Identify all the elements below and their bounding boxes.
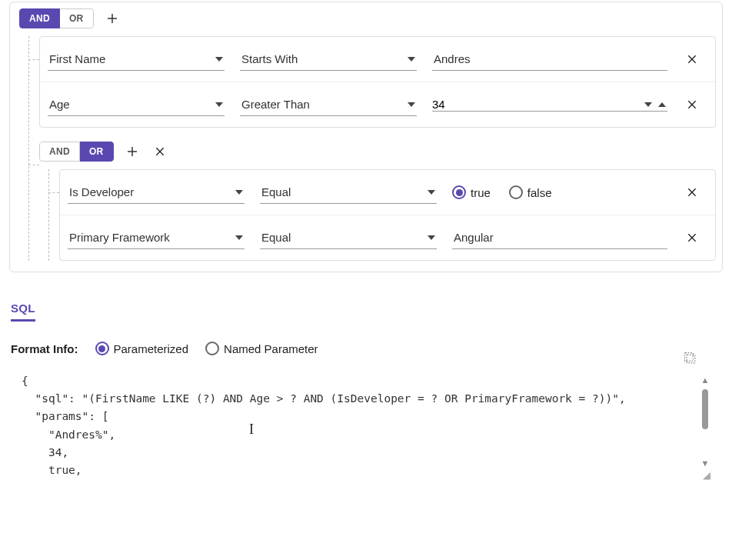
value-input[interactable]: [452, 226, 667, 249]
rule-row: Age Greater Than: [40, 82, 715, 127]
close-icon[interactable]: [683, 95, 701, 114]
chevron-down-icon: [215, 102, 223, 107]
radio-true[interactable]: true: [452, 185, 491, 199]
root-rules-container: First Name Starts With Age: [32, 36, 716, 261]
field-select[interactable]: First Name: [48, 48, 225, 71]
close-icon[interactable]: [683, 228, 701, 247]
rule-row: First Name Starts With: [40, 37, 715, 82]
value-number-input[interactable]: [432, 98, 667, 112]
output-section: SQL Format Info: Parameterized Named Par…: [11, 302, 721, 479]
radio-icon: [509, 185, 523, 199]
root-rules-box: First Name Starts With Age: [39, 36, 716, 128]
radio-label: Named Parameter: [224, 342, 318, 355]
radio-icon: [95, 342, 109, 355]
scroll-thumb[interactable]: [702, 389, 708, 429]
chevron-down-icon: [235, 190, 243, 195]
root-group-header: AND OR: [19, 8, 716, 28]
chevron-down-icon: [428, 235, 435, 240]
subgroup-rules-container: Is Developer Equal true: [52, 169, 716, 261]
field-label: Is Developer: [69, 185, 134, 198]
radio-label: Parameterized: [114, 342, 189, 355]
subgroup: AND OR Is Developer: [32, 142, 716, 261]
subgroup-and-button[interactable]: AND: [39, 142, 80, 162]
operator-label: Equal: [261, 231, 291, 244]
svg-rect-14: [687, 355, 695, 363]
rule-row: Primary Framework Equal: [60, 215, 715, 260]
chevron-down-icon: [408, 102, 415, 107]
rule-row: Is Developer Equal true: [60, 170, 715, 215]
chevron-down-icon[interactable]: [644, 102, 652, 107]
tree-connector: [48, 169, 49, 261]
code-line: {: [22, 375, 28, 387]
close-icon[interactable]: [151, 142, 169, 161]
code-line: "params": [: [22, 410, 109, 422]
text-cursor-icon: I: [249, 422, 254, 438]
field-select[interactable]: Age: [48, 93, 225, 116]
code-line: "Andres%",: [22, 428, 115, 441]
tree-connector: [28, 36, 29, 261]
radio-label: true: [471, 186, 491, 199]
operator-select[interactable]: Starts With: [240, 48, 417, 71]
subgroup-rules-box: Is Developer Equal true: [59, 169, 716, 261]
radio-icon: [452, 185, 466, 199]
chevron-down-icon: [215, 57, 223, 62]
chevron-down-icon: [408, 57, 415, 62]
field-label: Age: [49, 98, 70, 111]
close-icon[interactable]: [683, 50, 701, 68]
chevron-up-icon[interactable]: [658, 102, 666, 107]
copy-icon[interactable]: [683, 351, 698, 368]
resize-handle-icon[interactable]: ◢: [703, 469, 710, 481]
tab-sql[interactable]: SQL: [11, 302, 35, 322]
root-rules-box-wrap: First Name Starts With Age: [32, 36, 716, 128]
radio-named-parameter[interactable]: Named Parameter: [205, 342, 318, 355]
field-label: First Name: [49, 52, 105, 65]
radio-parameterized[interactable]: Parameterized: [95, 342, 189, 355]
scroll-down-icon[interactable]: ▼: [701, 458, 710, 468]
operator-select[interactable]: Equal: [260, 181, 437, 204]
output-tabs: SQL: [11, 302, 721, 322]
scrollbar[interactable]: ▲ ▼: [700, 375, 710, 468]
subgroup-or-button[interactable]: OR: [80, 142, 114, 162]
operator-label: Equal: [261, 185, 291, 198]
add-icon[interactable]: [103, 9, 121, 28]
root-and-button[interactable]: AND: [19, 8, 60, 28]
close-icon[interactable]: [683, 183, 701, 202]
operator-label: Starts With: [241, 52, 298, 65]
query-builder-panel: AND OR First Name Starts With: [9, 2, 723, 272]
scroll-up-icon[interactable]: ▲: [701, 375, 710, 385]
radio-false[interactable]: false: [509, 185, 552, 199]
field-select[interactable]: Primary Framework: [68, 226, 245, 249]
operator-label: Greater Than: [241, 98, 310, 111]
value-input[interactable]: [432, 98, 638, 111]
code-line: "sql": "(FirstName LIKE (?) AND Age > ? …: [22, 392, 626, 405]
operator-select[interactable]: Equal: [260, 226, 437, 249]
value-input[interactable]: [432, 48, 667, 71]
chevron-down-icon: [428, 190, 435, 195]
format-info-row: Format Info: Parameterized Named Paramet…: [11, 342, 721, 355]
radio-label: false: [527, 186, 552, 199]
format-info-label: Format Info:: [11, 342, 78, 355]
add-icon[interactable]: [123, 142, 141, 161]
svg-rect-15: [685, 353, 694, 362]
subgroup-conjunction-toggle: AND OR: [39, 142, 114, 162]
radio-icon: [205, 342, 219, 355]
field-label: Primary Framework: [69, 231, 170, 244]
subgroup-rules-box-wrap: Is Developer Equal true: [52, 169, 716, 261]
root-or-button[interactable]: OR: [60, 8, 94, 28]
root-conjunction-toggle: AND OR: [19, 8, 94, 28]
subgroup-header: AND OR: [39, 142, 716, 162]
chevron-down-icon: [235, 235, 243, 240]
sql-output-code[interactable]: { "sql": "(FirstName LIKE (?) AND Age > …: [11, 369, 721, 479]
code-line: 34,: [22, 446, 68, 458]
code-output-area: ▲ ▼ { "sql": "(FirstName LIKE (?) AND Ag…: [11, 369, 721, 479]
code-line: true,: [22, 464, 82, 476]
bool-radio-group: true false: [452, 185, 667, 199]
field-select[interactable]: Is Developer: [68, 181, 245, 204]
operator-select[interactable]: Greater Than: [240, 93, 417, 116]
